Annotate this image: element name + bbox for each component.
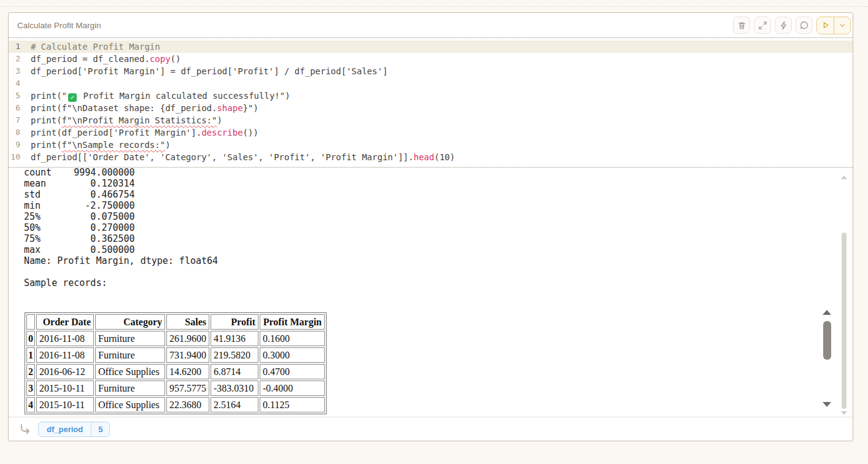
table-scrollbar-thumb[interactable] bbox=[823, 321, 831, 360]
line-number: 4 bbox=[9, 77, 23, 90]
code-line[interactable]: 3df_period['Profit Margin'] = df_period[… bbox=[9, 65, 853, 77]
output-area: count 9994.000000 mean 0.120314 std 0.46… bbox=[9, 168, 853, 417]
table-cell: 2015-10-11 bbox=[36, 397, 94, 412]
line-number: 10 bbox=[9, 151, 23, 163]
delete-button[interactable] bbox=[733, 17, 750, 34]
line-number: 8 bbox=[9, 126, 23, 139]
table-cell: Furniture bbox=[95, 331, 165, 346]
table-cell: 6.8714 bbox=[211, 364, 258, 379]
line-number: 6 bbox=[9, 102, 23, 114]
table-cell: 0.1125 bbox=[260, 397, 325, 412]
row-index-cell: 2 bbox=[26, 364, 35, 379]
code-text: print(df_period['Profit Margin'].describ… bbox=[23, 126, 258, 139]
table-row: 42015-10-11Office Supplies22.36802.51640… bbox=[26, 397, 325, 412]
trash-icon bbox=[737, 21, 746, 30]
table-cell: 219.5820 bbox=[211, 347, 258, 363]
table-cell: 14.6200 bbox=[166, 364, 209, 379]
table-cell: Office Supplies bbox=[95, 397, 165, 412]
run-button[interactable] bbox=[817, 17, 834, 34]
table-cell: 22.3680 bbox=[166, 397, 209, 412]
line-number: 9 bbox=[9, 139, 23, 151]
code-line[interactable]: 7print(f"\nProfit Margin Statistics:") bbox=[9, 114, 853, 126]
line-number: 7 bbox=[9, 114, 23, 126]
table-cell: -0.4000 bbox=[260, 381, 325, 396]
table-header-cell: Category bbox=[95, 314, 165, 330]
code-editor[interactable]: 1# Calculate Profit Margin2df_period = d… bbox=[9, 38, 853, 168]
code-line[interactable]: 4 bbox=[9, 77, 853, 90]
code-text: print(f"\nDataset shape: {df_period.shap… bbox=[23, 102, 258, 114]
notebook-page: Calculate Profit Margin bbox=[0, 0, 868, 464]
variable-count: 5 bbox=[91, 422, 109, 436]
table-row: 22016-06-12Office Supplies14.62006.87140… bbox=[26, 364, 325, 379]
table-cell: 0.4700 bbox=[260, 364, 325, 379]
code-text: # Calculate Profit Margin bbox=[23, 41, 160, 53]
table-row: 12016-11-08Furniture731.9400219.58200.30… bbox=[26, 347, 325, 363]
code-text bbox=[23, 77, 31, 90]
table-header-cell bbox=[26, 314, 35, 330]
comment-icon bbox=[799, 20, 809, 30]
run-button-group bbox=[816, 17, 851, 34]
table-cell: Furniture bbox=[95, 381, 165, 396]
code-text: df_period[['Order Date', 'Category', 'Sa… bbox=[23, 151, 455, 163]
code-line[interactable]: 5print("✓ Profit Margin calculated succe… bbox=[9, 90, 853, 102]
code-line[interactable]: 2df_period = df_cleaned.copy() bbox=[9, 53, 853, 65]
table-row: 32015-10-11Furniture957.5775-383.0310-0.… bbox=[26, 381, 325, 396]
return-value-icon bbox=[19, 423, 31, 435]
table-cell: 2016-06-12 bbox=[36, 364, 94, 379]
output-scrollbar-up-button[interactable] bbox=[841, 176, 847, 179]
table-header-cell: Profit bbox=[211, 314, 258, 330]
comment-button[interactable] bbox=[796, 17, 813, 34]
play-icon bbox=[821, 21, 830, 29]
notebook-cell: Calculate Profit Margin bbox=[8, 12, 853, 441]
table-row: 02016-11-08Furniture261.960041.91360.160… bbox=[26, 331, 325, 346]
table-cell: 957.5775 bbox=[166, 381, 209, 396]
table-cell: 2015-10-11 bbox=[36, 381, 94, 396]
variable-badge[interactable]: df_period 5 bbox=[38, 422, 110, 437]
row-index-cell: 3 bbox=[26, 381, 35, 396]
code-line[interactable]: 9print(f"\nSample records:") bbox=[9, 139, 853, 151]
table-cell: -383.0310 bbox=[211, 381, 258, 396]
code-text: df_period = df_cleaned.copy() bbox=[23, 53, 180, 65]
line-number: 5 bbox=[9, 90, 23, 102]
table-cell: 0.1600 bbox=[260, 331, 325, 346]
code-text: print(f"\nSample records:") bbox=[23, 139, 171, 151]
cell-header: Calculate Profit Margin bbox=[9, 13, 853, 38]
line-number: 1 bbox=[9, 41, 23, 53]
previous-cell-divider bbox=[0, 6, 868, 7]
text-output: count 9994.000000 mean 0.120314 std 0.46… bbox=[9, 168, 853, 288]
lightning-icon bbox=[779, 21, 788, 30]
line-number: 3 bbox=[9, 65, 23, 77]
line-number: 2 bbox=[9, 53, 23, 65]
code-line[interactable]: 8print(df_period['Profit Margin'].descri… bbox=[9, 126, 853, 139]
fullscreen-button[interactable] bbox=[754, 17, 771, 34]
row-index-cell: 4 bbox=[26, 397, 35, 412]
variable-name: df_period bbox=[39, 422, 91, 436]
code-line[interactable]: 10df_period[['Order Date', 'Category', '… bbox=[9, 151, 853, 163]
table-cell: 2016-11-08 bbox=[36, 347, 94, 363]
output-table: Order DateCategorySalesProfitProfit Marg… bbox=[25, 312, 327, 414]
code-text: df_period['Profit Margin'] = df_period['… bbox=[23, 65, 388, 77]
table-header-cell: Sales bbox=[166, 314, 209, 330]
table-cell: Office Supplies bbox=[95, 364, 165, 379]
output-scrollbar-down-button[interactable] bbox=[841, 411, 847, 415]
table-scrollbar-down-button[interactable] bbox=[823, 402, 831, 407]
row-index-cell: 1 bbox=[26, 347, 35, 363]
ai-button[interactable] bbox=[775, 17, 792, 34]
table-cell: 2016-11-08 bbox=[36, 331, 94, 346]
table-header-cell: Profit Margin bbox=[260, 314, 325, 330]
code-line[interactable]: 1# Calculate Profit Margin bbox=[9, 41, 853, 53]
table-cell: 0.3000 bbox=[260, 347, 325, 363]
code-line[interactable]: 6print(f"\nDataset shape: {df_period.sha… bbox=[9, 102, 853, 114]
table-scrollbar-up-button[interactable] bbox=[823, 310, 831, 315]
output-scrollbar-thumb[interactable] bbox=[842, 233, 847, 409]
table-header-cell: Order Date bbox=[36, 314, 94, 330]
row-index-cell: 0 bbox=[26, 331, 35, 346]
chevron-down-icon bbox=[839, 21, 847, 29]
code-text: print("✓ Profit Margin calculated succes… bbox=[23, 90, 290, 102]
code-text: print(f"\nProfit Margin Statistics:") bbox=[23, 114, 222, 126]
run-options-button[interactable] bbox=[834, 17, 850, 34]
cell-title[interactable]: Calculate Profit Margin bbox=[17, 21, 733, 30]
expand-icon bbox=[758, 21, 767, 30]
table-cell: 261.9600 bbox=[166, 331, 209, 346]
table-cell: 2.5164 bbox=[211, 397, 258, 412]
